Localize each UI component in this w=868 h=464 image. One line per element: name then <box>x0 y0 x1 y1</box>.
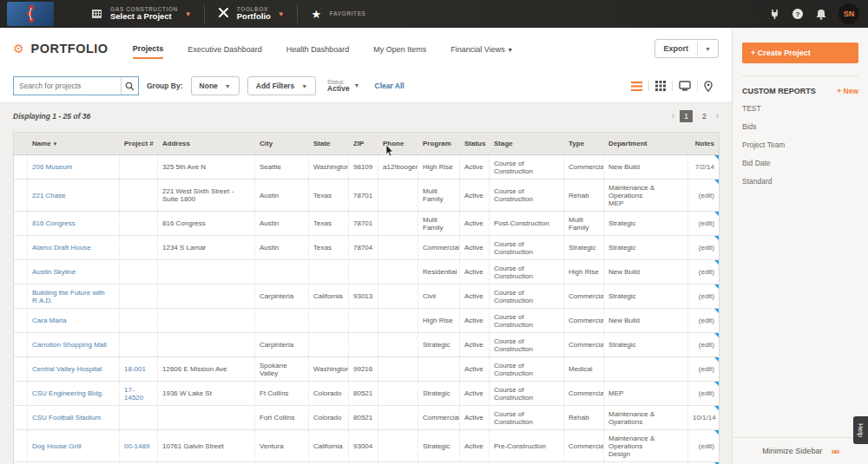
col-address[interactable]: Address <box>158 133 255 155</box>
table-body: 206 Museum325 5th Ave NSeattleWashington… <box>14 155 720 464</box>
project-name-link[interactable]: CSU Engineering Bldg. <box>32 389 103 397</box>
pagination: ‹ 1 2 › <box>672 110 719 122</box>
cell-name: Cara Maria <box>28 309 120 333</box>
report-item-project-team[interactable]: Project Team <box>733 135 868 154</box>
next-page-icon[interactable]: › <box>716 111 719 121</box>
project-name-link[interactable]: Building the Future with R.A.D. <box>32 289 105 304</box>
cell-stage: Course of Construction <box>490 406 564 430</box>
project-number-link[interactable]: 17-14520 <box>124 386 143 402</box>
table-row: Alamo Draft House1234 S LamarAustinTexas… <box>14 236 720 260</box>
col-department[interactable]: Department <box>604 133 688 155</box>
cell-notes[interactable]: (edit) <box>688 212 720 236</box>
col-type[interactable]: Type <box>564 133 604 155</box>
cell-select <box>14 284 28 309</box>
cell-notes[interactable]: (edit) <box>688 180 720 212</box>
cell-select <box>14 180 28 212</box>
report-item-test[interactable]: TEST <box>733 99 868 117</box>
cell-notes[interactable]: (edit) <box>688 284 720 309</box>
group-by-select[interactable]: None ▼ <box>191 76 240 95</box>
cell-name: Austin Skyline <box>28 260 120 284</box>
project-picker[interactable]: GAS CONSTRUCTION Select a Project ▼ <box>78 0 204 28</box>
project-name-link[interactable]: Cara Maria <box>32 317 67 324</box>
page-1-button[interactable]: 1 <box>680 110 693 122</box>
project-name-link[interactable]: 221 Chase <box>32 192 66 199</box>
map-view-icon[interactable] <box>697 81 719 92</box>
cell-notes[interactable]: (edit) <box>688 236 720 260</box>
tab-executive-dashboard[interactable]: Executive Dashboard <box>187 40 262 58</box>
grid-view-icon[interactable] <box>648 81 672 91</box>
cell-status: Active <box>460 357 490 382</box>
company-logo[interactable] <box>7 2 54 26</box>
cell-stage: Pre-Construction <box>490 430 564 462</box>
project-name-link[interactable]: Carrolton Shopping Mall <box>32 341 107 349</box>
integrations-plug-icon[interactable] <box>768 8 780 20</box>
cell-notes[interactable]: (edit) <box>688 309 720 333</box>
search-icon[interactable] <box>121 77 138 95</box>
project-name-link[interactable]: Central Valley Hospital <box>32 365 102 373</box>
cell-notes[interactable]: (edit) <box>688 382 720 406</box>
cell-program: Multi Family <box>418 180 460 212</box>
cell-address <box>158 309 255 333</box>
project-number-link[interactable]: 00-1489 <box>124 442 149 450</box>
cell-state: Colorado <box>309 406 349 430</box>
favorites-menu[interactable]: ★ FAVORITES <box>298 0 378 28</box>
search-input[interactable] <box>14 82 121 90</box>
col-program[interactable]: Program <box>418 133 460 155</box>
col-city[interactable]: City <box>255 133 309 155</box>
clear-all-link[interactable]: Clear All <box>375 82 404 90</box>
col-status[interactable]: Status <box>460 133 490 155</box>
project-number-link[interactable]: 18-001 <box>124 365 146 373</box>
filter-bar: Group By: None ▼ Add Filters ▼ Status: A… <box>0 69 732 102</box>
view-toggles <box>625 81 719 92</box>
cell-select <box>14 260 28 284</box>
create-project-button[interactable]: + Create Project <box>742 42 858 63</box>
tab-projects[interactable]: Projects <box>133 39 164 59</box>
col-project-number[interactable]: Project # <box>120 133 158 155</box>
project-name-link[interactable]: 816 Congress <box>32 219 76 227</box>
user-avatar[interactable]: SN <box>838 3 859 24</box>
cell-status: Active <box>460 430 490 462</box>
col-stage[interactable]: Stage <box>490 133 564 155</box>
prev-page-icon[interactable]: ‹ <box>672 111 674 121</box>
notifications-bell-icon[interactable] <box>815 8 827 20</box>
tab-financial-views[interactable]: Financial Views ▼ <box>450 40 513 58</box>
report-item-standard[interactable]: Standard <box>733 172 868 190</box>
col-phone[interactable]: Phone <box>378 133 418 155</box>
add-filters-button[interactable]: Add Filters ▼ <box>247 76 316 95</box>
col-zip[interactable]: ZIP <box>349 133 378 155</box>
status-filter-chip[interactable]: Status: Active ▼ <box>327 79 359 93</box>
cell-state: Colorado <box>309 382 349 406</box>
cell-notes[interactable]: (edit) <box>688 260 720 284</box>
export-button[interactable]: Export ▼ <box>654 39 719 58</box>
cell-notes[interactable]: (edit) <box>688 430 720 462</box>
cell-notes[interactable]: (edit) <box>688 357 720 382</box>
report-item-bids[interactable]: Bids <box>733 117 868 135</box>
col-notes[interactable]: Notes <box>688 133 720 155</box>
col-state[interactable]: State <box>309 133 349 155</box>
project-name-link[interactable]: Dog House Grill <box>32 442 81 450</box>
cell-notes[interactable]: (edit) <box>688 333 720 357</box>
report-item-bid-date[interactable]: Bid Date <box>733 154 868 172</box>
cell-city: Austin <box>255 212 309 236</box>
list-view-icon[interactable] <box>625 82 648 91</box>
page-2-button[interactable]: 2 <box>698 110 711 122</box>
project-name-link[interactable]: CSU Football Stadium <box>32 414 101 422</box>
building-icon <box>90 6 103 22</box>
cell-type: Medical <box>564 357 604 382</box>
cell-city: Austin <box>255 180 309 212</box>
project-name-link[interactable]: Austin Skyline <box>32 268 76 276</box>
new-report-button[interactable]: + New <box>837 87 858 95</box>
project-name-link[interactable]: 206 Museum <box>32 163 72 171</box>
project-name-link[interactable]: Alamo Draft House <box>32 244 91 252</box>
minimize-sidebar-button[interactable]: Minimize Sidebar »» <box>733 437 868 464</box>
help-icon[interactable]: ? <box>792 8 804 20</box>
tab-my-open-items[interactable]: My Open Items <box>373 40 426 58</box>
help-tab[interactable]: Help <box>853 416 868 444</box>
col-name[interactable]: Name ▼ <box>28 133 120 155</box>
tool-picker[interactable]: TOOLBOX Portfolio ▼ <box>205 0 297 28</box>
tab-health-dashboard[interactable]: Health Dashboard <box>286 40 350 58</box>
monitor-view-icon[interactable] <box>672 81 697 91</box>
cell-project-num <box>120 333 158 357</box>
table-row: Austin SkylineResidentialActiveCourse of… <box>14 260 720 284</box>
cell-select <box>14 357 28 382</box>
